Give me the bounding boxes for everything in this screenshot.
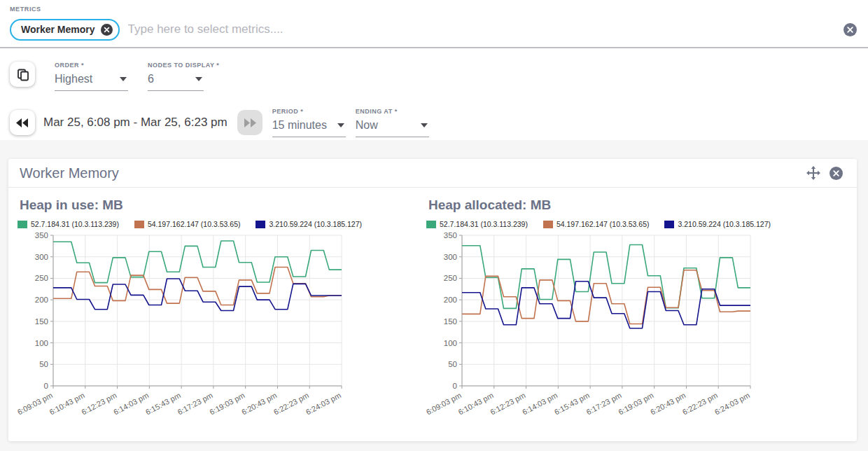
time-forward-button[interactable]: [237, 110, 262, 135]
chart-legend: 52.7.184.31 (10.3.113.239)54.197.162.147…: [434, 220, 763, 228]
svg-text:250: 250: [444, 274, 457, 282]
svg-text:6:09:03 pm: 6:09:03 pm: [16, 391, 54, 416]
svg-text:0: 0: [44, 382, 48, 390]
chart-canvas: 0501001502002503003506:09:03 pm6:10:43 p…: [434, 230, 837, 417]
fast-forward-icon: [243, 118, 257, 128]
svg-text:0: 0: [453, 382, 457, 390]
period-field: PERIOD * 15 minutes: [272, 108, 346, 137]
svg-text:350: 350: [444, 231, 457, 240]
selected-metric-chip[interactable]: Worker Memory: [10, 19, 120, 41]
ending-at-select[interactable]: Now: [356, 115, 429, 137]
ending-at-field: ENDING AT * Now: [356, 108, 429, 137]
legend-item: 3.210.59.224 (10.3.185.127): [664, 220, 771, 228]
svg-text:6:20:43 pm: 6:20:43 pm: [240, 391, 278, 416]
svg-text:6:22:23 pm: 6:22:23 pm: [272, 391, 310, 416]
legend-swatch: [18, 221, 27, 228]
svg-text:6:10:43 pm: 6:10:43 pm: [456, 391, 494, 416]
legend-swatch: [134, 221, 144, 228]
close-widget-button[interactable]: [830, 167, 843, 180]
order-value: Highest: [55, 73, 92, 85]
svg-text:6:10:43 pm: 6:10:43 pm: [48, 391, 85, 416]
chevron-down-icon: [421, 123, 428, 127]
svg-text:6:22:23 pm: 6:22:23 pm: [681, 391, 719, 416]
nodes-to-display-select[interactable]: 6: [148, 69, 204, 91]
period-select[interactable]: 15 minutes: [272, 115, 346, 137]
metrics-toolbar: METRICS Worker Memory: [0, 0, 868, 140]
nodes-to-display-field: NODES TO DISPLAY * 6: [148, 62, 219, 91]
legend-swatch: [255, 221, 265, 228]
svg-text:200: 200: [444, 296, 457, 304]
svg-text:50: 50: [448, 360, 457, 368]
chart-title: Heap in use: MB: [20, 197, 428, 213]
svg-text:6:15:43 pm: 6:15:43 pm: [144, 391, 182, 416]
move-widget-handle[interactable]: [806, 166, 820, 180]
duplicate-widget-button[interactable]: [10, 62, 35, 87]
ending-at-label: ENDING AT *: [356, 108, 429, 115]
legend-item: 3.210.59.224 (10.3.185.127): [255, 220, 362, 228]
nodes-to-display-value: 6: [148, 73, 154, 85]
svg-text:250: 250: [35, 274, 48, 282]
legend-item: 54.197.162.147 (10.3.53.65): [543, 220, 650, 228]
svg-text:6:14:03 pm: 6:14:03 pm: [112, 391, 150, 416]
chevron-down-icon: [337, 123, 344, 127]
metrics-select-row: Worker Memory: [10, 18, 858, 41]
order-select[interactable]: Highest: [55, 69, 128, 91]
rewind-icon: [15, 118, 29, 128]
widget-header: Worker Memory: [8, 159, 857, 188]
charts-container: Heap in use: MB 52.7.184.31 (10.3.113.23…: [8, 188, 857, 417]
svg-text:6:19:03 pm: 6:19:03 pm: [617, 391, 654, 416]
dashboard-area: Worker Memory: [0, 140, 868, 451]
legend-swatch: [426, 221, 436, 228]
move-icon: [806, 166, 820, 180]
period-label: PERIOD *: [272, 108, 346, 115]
legend-label: 3.210.59.224 (10.3.185.127): [678, 220, 771, 228]
svg-text:50: 50: [39, 360, 48, 368]
svg-text:200: 200: [35, 296, 48, 304]
chart-title: Heap allocated: MB: [428, 197, 837, 213]
legend-swatch: [543, 221, 553, 228]
time-range-text: Mar 25, 6:08 pm - Mar 25, 6:23 pm: [43, 116, 227, 130]
svg-text:6:19:03 pm: 6:19:03 pm: [208, 391, 246, 416]
svg-text:6:15:43 pm: 6:15:43 pm: [553, 391, 591, 416]
worker-memory-widget: Worker Memory: [8, 159, 857, 441]
svg-text:6:12:23 pm: 6:12:23 pm: [489, 391, 526, 416]
svg-text:350: 350: [35, 231, 48, 240]
svg-text:150: 150: [35, 317, 48, 326]
clear-metrics-icon[interactable]: [844, 23, 857, 36]
chevron-down-icon: [120, 77, 127, 81]
heap-allocated-chart: Heap allocated: MB 52.7.184.31 (10.3.113…: [428, 197, 837, 417]
chevron-down-icon: [195, 77, 202, 81]
nodes-to-display-label: NODES TO DISPLAY *: [148, 62, 219, 69]
metric-search-input[interactable]: [128, 22, 844, 36]
legend-swatch: [664, 221, 674, 228]
time-back-button[interactable]: [10, 110, 35, 135]
remove-metric-icon[interactable]: [101, 24, 113, 36]
legend-item: 54.197.162.147 (10.3.53.65): [134, 220, 241, 228]
svg-text:6:24:03 pm: 6:24:03 pm: [713, 391, 751, 416]
svg-text:300: 300: [444, 253, 457, 261]
legend-item: 52.7.184.31 (10.3.113.239): [18, 220, 119, 228]
ending-at-value: Now: [356, 119, 378, 132]
order-label: ORDER *: [55, 62, 128, 69]
svg-text:6:14:03 pm: 6:14:03 pm: [521, 391, 559, 416]
legend-label: 52.7.184.31 (10.3.113.239): [31, 220, 119, 228]
legend-label: 3.210.59.224 (10.3.185.127): [269, 220, 362, 228]
svg-text:100: 100: [444, 339, 457, 347]
legend-item: 52.7.184.31 (10.3.113.239): [426, 220, 528, 228]
svg-text:100: 100: [35, 339, 48, 347]
svg-text:6:12:23 pm: 6:12:23 pm: [80, 391, 118, 416]
svg-text:6:24:03 pm: 6:24:03 pm: [304, 391, 342, 416]
legend-label: 52.7.184.31 (10.3.113.239): [440, 220, 528, 228]
close-icon: [830, 167, 843, 180]
legend-label: 54.197.162.147 (10.3.53.65): [148, 220, 241, 228]
display-controls-row: ORDER * Highest NODES TO DISPLAY * 6: [10, 62, 858, 91]
order-field: ORDER * Highest: [55, 62, 128, 91]
svg-text:6:17:23 pm: 6:17:23 pm: [176, 391, 214, 416]
chart-legend: 52.7.184.31 (10.3.113.239)54.197.162.147…: [25, 220, 354, 228]
heap-in-use-chart: Heap in use: MB 52.7.184.31 (10.3.113.23…: [20, 197, 428, 417]
chart-canvas: 0501001502002503003506:09:03 pm6:10:43 p…: [25, 230, 428, 417]
svg-text:300: 300: [35, 253, 48, 261]
metrics-section-label: METRICS: [10, 6, 858, 13]
svg-text:150: 150: [444, 317, 457, 326]
period-value: 15 minutes: [272, 119, 327, 132]
